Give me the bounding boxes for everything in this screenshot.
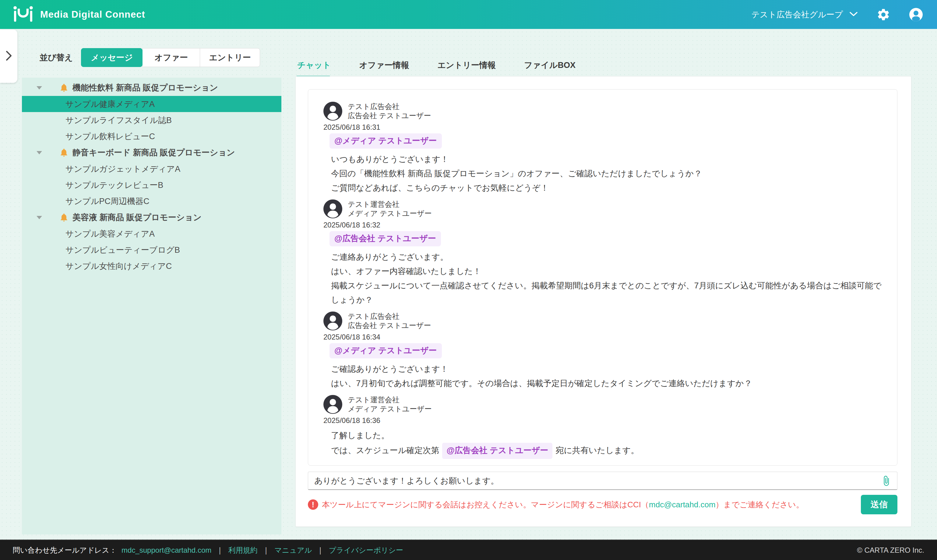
footer-separator: ｜ (263, 545, 270, 555)
composer-footer: ! 本ツール上にてマージンに関する会話はお控えください。マージンに関するご相談は… (308, 495, 897, 514)
main-tabs: チャット オファー情報 エントリー情報 ファイルBOX (295, 29, 911, 76)
group-selector[interactable]: テスト広告会社グループ (751, 9, 858, 20)
sort-label: 並び替え (40, 52, 73, 63)
tree-child-label: サンプルガジェットメディアA (65, 163, 180, 174)
avatar (323, 395, 342, 414)
tree-child-row[interactable]: サンプルテックレビューB (22, 177, 282, 193)
mention-chip[interactable]: @メディア テストユーザー (329, 133, 442, 149)
message-timestamp: 2025/06/18 16:34 (323, 333, 882, 342)
avatar (323, 312, 342, 331)
group-selector-label: テスト広告会社グループ (751, 9, 843, 20)
message-text: 了解しました。 (331, 431, 389, 440)
tree-child-row[interactable]: サンプル女性向けメディアC (22, 258, 282, 274)
tree-child-row[interactable]: サンプルPC周辺機器C (22, 193, 282, 209)
tree-child-row[interactable]: サンプルビューティーブログB (22, 242, 282, 258)
message-timestamp: 2025/06/18 16:36 (323, 416, 882, 425)
app-footer: 問い合わせ先メールアドレス： mdc_support@cartahd.com ｜… (0, 540, 937, 560)
sender-company: テスト広告会社 (348, 102, 431, 111)
tree-child-label: サンプル美容メディアA (65, 228, 155, 239)
tree-child-row[interactable]: サンプル飲料レビューC (22, 128, 282, 144)
brand: Media Digital Connect (12, 5, 145, 25)
sender-user: 広告会社 テストユーザー (348, 111, 431, 120)
message-text: いつもありがとうございます！ (331, 155, 449, 164)
message-body: いつもありがとうございます！今回の「機能性飲料 新商品 販促プロモーション」のオ… (331, 152, 882, 195)
sender-user: 広告会社 テストユーザー (348, 321, 431, 330)
tree-child-row[interactable]: サンプル健康メディアA (22, 96, 282, 112)
warning-email-link[interactable]: mdc@cartahd.com (649, 500, 715, 509)
chat-panel: テスト広告会社 広告会社 テストユーザー 2025/06/18 16:31 @メ… (295, 76, 911, 527)
tree-child-row[interactable]: サンプル美容メディアA (22, 226, 282, 242)
tab-filebox[interactable]: ファイルBOX (524, 60, 575, 71)
brand-logo-icon (12, 5, 34, 25)
message-body: 了解しました。では、スケジュール確定次第@広告会社 テストユーザー宛に共有いたし… (331, 428, 882, 459)
tree-group-row[interactable]: 静音キーボード 新商品 販促プロモーション (22, 144, 282, 161)
tree-child-row[interactable]: サンプルライフスタイル誌B (22, 112, 282, 128)
sort-tab-offer[interactable]: オファー (142, 48, 200, 67)
message-body: ご確認ありがとうございます！はい、7月初旬であれば調整可能です。その場合は、掲載… (331, 362, 882, 391)
paperclip-icon[interactable] (881, 475, 892, 486)
app-title: Media Digital Connect (40, 9, 145, 20)
mention-chip[interactable]: @メディア テストユーザー (329, 343, 442, 358)
message-text: はい、オファー内容確認いたしました！ (331, 267, 481, 276)
media-tree: 機能性飲料 新商品 販促プロモーション サンプル健康メディアA サンプルライフス… (22, 78, 282, 534)
sidebar-collapse-button[interactable] (0, 29, 17, 83)
sort-tab-message[interactable]: メッセージ (81, 48, 143, 67)
caret-down-icon[interactable] (37, 151, 42, 154)
chat-message: テスト広告会社 広告会社 テストユーザー 2025/06/18 16:31 @メ… (323, 102, 882, 195)
support-email-link[interactable]: mdc_support@cartahd.com (122, 546, 211, 554)
footer-separator: ｜ (317, 545, 324, 555)
tree-group-label: 静音キーボード 新商品 販促プロモーション (72, 147, 235, 158)
copyright: © CARTA ZERO Inc. (857, 546, 924, 554)
sidebar-sort-controls: 並び替え メッセージ オファー エントリー (22, 48, 260, 67)
message-text: 今回の「機能性飲料 新商品 販促プロモーション」のオファー、ご確認いただけました… (331, 169, 702, 178)
message-body: ご連絡ありがとうございます。はい、オファー内容確認いたしました！掲載スケジュール… (331, 250, 882, 307)
sort-tab-entry[interactable]: エントリー (200, 48, 260, 67)
message-text: ご連絡ありがとうございます。 (331, 252, 448, 262)
privacy-policy-link[interactable]: プライバシーポリシー (329, 545, 403, 555)
tree-group-label: 機能性飲料 新商品 販促プロモーション (72, 82, 218, 93)
message-text: ご質問などあれば、こちらのチャットでお気軽にどうぞ！ (331, 183, 549, 192)
sender-company: テスト広告会社 (348, 312, 431, 321)
tree-child-label: サンプルPC周辺機器C (65, 196, 149, 207)
chevron-down-icon (849, 10, 858, 19)
composer (308, 472, 897, 490)
tab-offer-info[interactable]: オファー情報 (359, 60, 409, 71)
sender-company: テスト運営会社 (348, 395, 432, 405)
message-input[interactable] (314, 476, 881, 485)
tree-child-row[interactable]: サンプルガジェットメディアA (22, 161, 282, 177)
exclamation-circle-icon: ! (308, 499, 318, 510)
mention-chip-inline[interactable]: @広告会社 テストユーザー (442, 443, 552, 459)
tree-group-label: 美容液 新商品 販促プロモーション (72, 212, 202, 223)
contact-label: 問い合わせ先メールアドレス： (13, 545, 117, 555)
tree-group-row[interactable]: 機能性飲料 新商品 販促プロモーション (22, 80, 282, 96)
tree-child-label: サンプル飲料レビューC (65, 131, 155, 142)
tree-child-label: サンプル女性向けメディアC (65, 261, 172, 272)
sender-user: メディア テストユーザー (348, 405, 432, 414)
tab-chat[interactable]: チャット (297, 60, 331, 71)
message-text: では、スケジュール確定次第 (331, 446, 439, 455)
avatar (323, 200, 342, 218)
tree-child-label: サンプルテックレビューB (65, 180, 163, 191)
mention-chip[interactable]: @広告会社 テストユーザー (329, 231, 441, 246)
caret-down-icon[interactable] (37, 216, 42, 219)
send-button[interactable]: 送信 (861, 495, 897, 514)
footer-separator: ｜ (216, 545, 223, 555)
message-text: 掲載スケジュールについて一点確認させてください。掲載希望期間は6月末までとのこと… (331, 281, 882, 305)
tree-group-row[interactable]: 美容液 新商品 販促プロモーション (22, 209, 282, 226)
user-account-icon[interactable] (909, 7, 923, 22)
message-text: ご確認ありがとうございます！ (331, 365, 448, 374)
message-timestamp: 2025/06/18 16:31 (323, 123, 882, 132)
manual-link[interactable]: マニュアル (274, 545, 312, 555)
bell-icon (59, 212, 69, 223)
margin-warning-text: 本ツール上にてマージンに関する会話はお控えください。マージンに関するご相談はCC… (322, 499, 804, 510)
bell-icon (59, 148, 69, 158)
settings-gear-icon[interactable] (876, 8, 891, 22)
app-header: Media Digital Connect テスト広告会社グループ (0, 0, 937, 29)
message-timestamp: 2025/06/18 16:32 (323, 221, 882, 229)
sort-segmented-control: メッセージ オファー エントリー (81, 48, 260, 67)
terms-link[interactable]: 利用規約 (228, 545, 258, 555)
chat-message: テスト運営会社 メディア テストユーザー 2025/06/18 16:32 @広… (323, 200, 882, 307)
tree-child-label: サンプルライフスタイル誌B (65, 115, 172, 126)
tab-entry-info[interactable]: エントリー情報 (437, 60, 496, 71)
caret-down-icon[interactable] (37, 86, 42, 89)
